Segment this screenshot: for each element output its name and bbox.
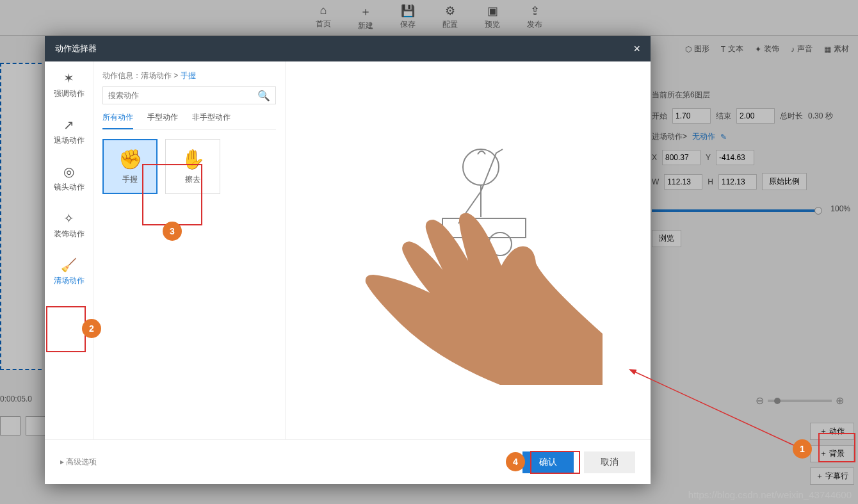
preview-svg (334, 116, 603, 385)
tab-hand[interactable]: 手型动作 (147, 112, 178, 129)
svg-point-0 (463, 149, 499, 185)
watermark: https://blog.csdn.net/weixin_43744600 (688, 489, 852, 500)
wand-icon: ✧ (63, 211, 74, 226)
redbox-3 (142, 164, 202, 225)
sparkle-icon: ✶ (63, 70, 74, 86)
breadcrumb: 动作信息：清场动作 > 手握 (102, 70, 276, 81)
callout-2: 2 (82, 319, 101, 338)
redbox-2 (46, 306, 86, 352)
exit-icon: ↗ (63, 117, 74, 133)
action-tabs: 所有动作 手型动作 非手型动作 (102, 112, 276, 130)
action-selector-modal: 动作选择器 × ✶强调动作 ↗退场动作 ◎镜头动作 ✧装饰动作 🧹清场动作 动作… (45, 36, 651, 484)
preview-column (286, 61, 651, 439)
redbox-4 (530, 451, 580, 474)
advanced-options[interactable]: ▸ 高级选项 (60, 457, 97, 467)
action-column: 动作信息：清场动作 > 手握 🔍 所有动作 手型动作 非手型动作 ✊ 手握 ✋ … (93, 61, 286, 439)
cat-camera[interactable]: ◎镜头动作 (45, 155, 93, 202)
modal-body: ✶强调动作 ↗退场动作 ◎镜头动作 ✧装饰动作 🧹清场动作 动作信息：清场动作 … (45, 61, 651, 439)
cat-exit[interactable]: ↗退场动作 (45, 108, 93, 155)
cat-clear[interactable]: 🧹清场动作 (45, 248, 93, 295)
modal-header: 动作选择器 × (45, 36, 651, 61)
search-input[interactable] (108, 91, 257, 100)
modal-title: 动作选择器 (55, 43, 97, 54)
callout-4: 4 (506, 452, 525, 471)
category-column: ✶强调动作 ↗退场动作 ◎镜头动作 ✧装饰动作 🧹清场动作 (45, 61, 93, 439)
cat-decor[interactable]: ✧装饰动作 (45, 202, 93, 248)
search-icon[interactable]: 🔍 (257, 90, 270, 102)
close-icon[interactable]: × (633, 42, 640, 56)
fist-icon: ✊ (118, 148, 142, 170)
cancel-button[interactable]: 取消 (584, 451, 635, 473)
tab-nonhand[interactable]: 非手型动作 (192, 112, 231, 129)
callout-1: 1 (793, 439, 812, 459)
broom-icon: 🧹 (61, 257, 77, 273)
cat-emphasis[interactable]: ✶强调动作 (45, 61, 93, 108)
camera-icon: ◎ (63, 164, 74, 179)
redbox-1 (818, 433, 855, 462)
search-box[interactable]: 🔍 (102, 86, 276, 104)
callout-3: 3 (163, 222, 182, 241)
tab-all[interactable]: 所有动作 (102, 112, 133, 129)
